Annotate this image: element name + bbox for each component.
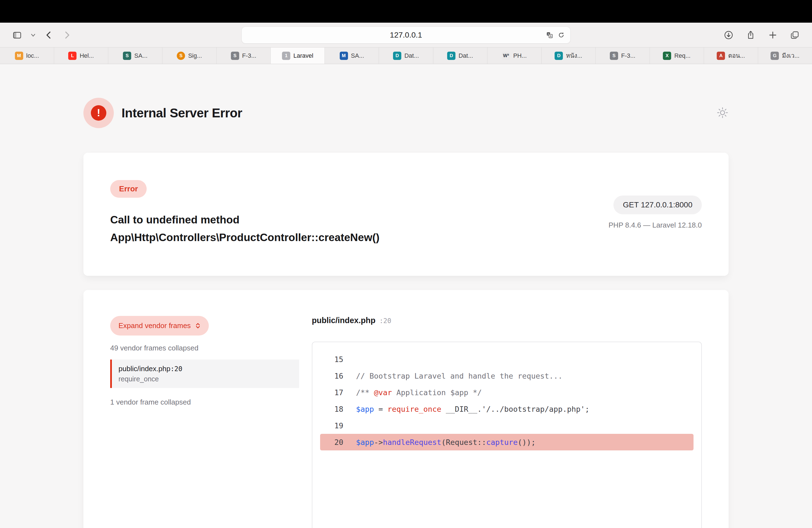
tab-favicon: M — [15, 52, 23, 60]
browser-tab[interactable]: MSA... — [324, 47, 379, 64]
line-code: $app = require_once __DIR__.'/../bootstr… — [356, 405, 590, 413]
tab-favicon: S — [231, 52, 239, 60]
request-meta: GET 127.0.0.1:8000 PHP 8.4.6 — Laravel 1… — [608, 195, 702, 230]
tab-label: Hel... — [79, 52, 93, 59]
tab-label: loc... — [26, 52, 39, 59]
browser-toolbar: 127.0.0.1 a A — [0, 23, 812, 47]
url-text: 127.0.0.1 — [390, 31, 422, 40]
line-code: $app->handleRequest(Request::capture()); — [356, 438, 536, 446]
request-method-badge: GET 127.0.0.1:8000 — [613, 195, 702, 214]
version-info: PHP 8.4.6 — Laravel 12.18.0 — [608, 221, 702, 230]
tab-favicon: A — [717, 52, 725, 60]
line-code: /** @var Application $app */ — [356, 388, 482, 397]
error-page: ! Internal Server Error Error Call to — [0, 64, 812, 528]
expand-vendor-frames-button[interactable]: Expand vendor frames — [110, 316, 209, 336]
tab-label: Laravel — [293, 52, 313, 59]
forward-button[interactable] — [62, 30, 72, 40]
chevron-up-down-icon — [195, 323, 201, 329]
code-column: public/index.php :20 1516// Bootstrap La… — [312, 316, 702, 528]
code-header: public/index.php :20 — [312, 316, 702, 325]
svg-text:A: A — [550, 34, 552, 38]
reload-button[interactable] — [558, 32, 564, 38]
tab-favicon: 1 — [282, 52, 290, 60]
vendor-frames-collapsed-note: 49 vendor frames collapsed — [110, 344, 299, 352]
theme-toggle-button[interactable] — [716, 107, 729, 120]
browser-tab[interactable]: SF-3... — [595, 47, 650, 64]
tab-label: PH... — [513, 52, 527, 59]
error-badge: Error — [110, 180, 147, 198]
line-number: 15 — [320, 355, 343, 364]
browser-tab-active[interactable]: 1Laravel — [271, 47, 324, 64]
tab-favicon: X — [663, 52, 671, 60]
sidebar-toggle-button[interactable] — [12, 30, 22, 40]
tab-overview-button[interactable] — [790, 30, 800, 40]
translate-button[interactable]: a A — [547, 32, 553, 38]
new-tab-button[interactable] — [768, 30, 778, 40]
exception-message-line2: App\Http\Controllers\ProductController::… — [110, 229, 702, 246]
page-title: Internal Server Error — [121, 105, 242, 120]
vendor-frame-collapsed-note: 1 vendor frame collapsed — [110, 398, 299, 407]
page-header: ! Internal Server Error — [83, 64, 729, 128]
tab-favicon: L — [68, 52, 76, 60]
share-icon — [746, 30, 755, 40]
line-number: 20 — [320, 438, 343, 446]
tab-bar: Mloc...LHel...SSA...SSig...SF-3...1Larav… — [0, 47, 812, 64]
tab-favicon: S — [177, 52, 185, 60]
code-line-number: :20 — [379, 317, 391, 325]
tab-label: Req... — [674, 52, 691, 59]
tab-favicon: W³ — [502, 52, 510, 60]
line-number: 19 — [320, 421, 343, 430]
browser-tab[interactable]: DDat... — [379, 47, 433, 64]
browser-tab[interactable]: Dหนัง... — [541, 47, 595, 64]
code-file-name: public/index.php — [312, 316, 375, 325]
line-number: 18 — [320, 405, 343, 413]
frame-file: public/index.php:20 — [118, 365, 292, 373]
tab-group-chevron-button[interactable] — [30, 32, 36, 38]
tab-label: Dat... — [404, 52, 419, 59]
share-button[interactable] — [746, 30, 755, 40]
tab-label: Sig... — [188, 52, 202, 59]
tab-favicon: D — [393, 52, 401, 60]
browser-tab[interactable]: Aตอน... — [704, 47, 758, 64]
chevron-down-icon — [30, 32, 36, 38]
tab-favicon: G — [771, 52, 779, 60]
back-button[interactable] — [44, 30, 54, 40]
tab-label: มีงเว... — [782, 51, 799, 60]
line-number: 17 — [320, 388, 343, 397]
line-number: 16 — [320, 372, 343, 380]
browser-tab[interactable]: XReq... — [650, 47, 704, 64]
tab-favicon: S — [123, 52, 131, 60]
tab-favicon: M — [340, 52, 348, 60]
sun-icon — [716, 107, 729, 119]
code-line-highlighted: 20$app->handleRequest(Request::capture()… — [320, 434, 694, 450]
stack-frame-item[interactable]: public/index.php:20 require_once — [110, 360, 299, 388]
url-field[interactable]: 127.0.0.1 a A — [242, 27, 570, 43]
browser-tab[interactable]: SF-3... — [216, 47, 271, 64]
translate-icon: a A — [547, 32, 553, 38]
tab-label: F-3... — [621, 52, 635, 59]
code-snippet: 1516// Bootstrap Laravel and handle the … — [312, 342, 702, 528]
code-line: 16// Bootstrap Laravel and handle the re… — [320, 368, 694, 384]
exception-card: Error Call to undefined method App\Http\… — [83, 153, 729, 276]
tab-favicon: D — [555, 52, 563, 60]
downloads-button[interactable] — [724, 30, 733, 40]
browser-tab[interactable]: SSig... — [162, 47, 216, 64]
browser-tab[interactable]: W³PH... — [487, 47, 541, 64]
tab-label: หนัง... — [566, 51, 582, 60]
browser-tab[interactable]: LHel... — [54, 47, 108, 64]
exclamation-icon: ! — [91, 105, 106, 121]
browser-tab[interactable]: DDat... — [433, 47, 487, 64]
plus-icon — [768, 30, 778, 40]
forward-icon — [62, 30, 72, 40]
line-code: // Bootstrap Laravel and handle the requ… — [356, 372, 563, 380]
browser-tab[interactable]: Gมีงเว... — [758, 47, 812, 64]
code-line: 17/** @var Application $app */ — [320, 384, 694, 401]
reload-icon — [558, 32, 564, 38]
frames-column: Expand vendor frames 49 vendor frames co… — [110, 316, 299, 528]
download-icon — [724, 30, 733, 40]
browser-tab[interactable]: SSA... — [108, 47, 162, 64]
tab-label: SA... — [134, 52, 147, 59]
browser-tab[interactable]: Mloc... — [0, 47, 54, 64]
sidebar-icon — [12, 30, 22, 40]
code-line: 18$app = require_once __DIR__.'/../boots… — [320, 401, 694, 417]
